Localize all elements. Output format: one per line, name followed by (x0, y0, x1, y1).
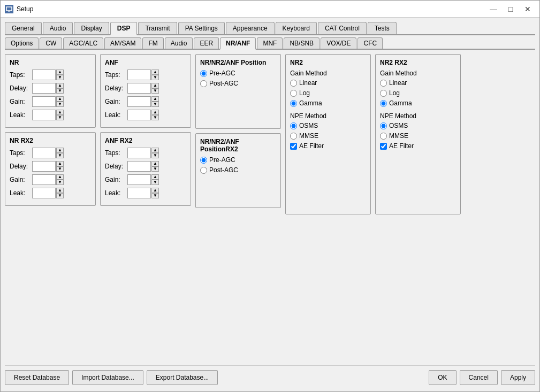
nr2-gamma-label[interactable]: Gamma (299, 99, 322, 107)
sub-tab-cfc[interactable]: CFC (358, 37, 383, 49)
nr2-rx2-osms-radio[interactable] (380, 122, 387, 129)
nr2-rx2-gamma-radio[interactable] (380, 100, 387, 107)
anf-rx2-leak-input[interactable]: 50 (127, 188, 151, 198)
anf-delay-input[interactable]: 1 (127, 83, 151, 94)
sub-tab-mnf[interactable]: MNF (257, 37, 283, 49)
tab-dsp[interactable]: DSP (110, 22, 138, 35)
nr2-rx2-linear-label[interactable]: Linear (389, 79, 407, 87)
sub-tab-fm[interactable]: FM (142, 37, 163, 49)
nr-rx2-gain-input[interactable]: 180 (32, 174, 56, 185)
tab-cat-control[interactable]: CAT Control (318, 22, 367, 34)
tab-general[interactable]: General (5, 22, 42, 34)
nr2-osms-radio[interactable] (290, 122, 297, 129)
nr-rx2-leak-input[interactable]: 170 (32, 188, 56, 198)
anf-rx2-taps-input[interactable]: 128 (127, 148, 151, 158)
tab-keyboard[interactable]: Keyboard (276, 22, 317, 34)
nr-rx2-taps-input[interactable]: 98 (32, 148, 56, 158)
nr2-linear-radio[interactable] (290, 80, 297, 87)
anf-rx2-gain-down[interactable]: ▼ (151, 180, 159, 185)
anf-rx2-leak-up[interactable]: ▲ (151, 188, 159, 193)
tab-pa-settings[interactable]: PA Settings (178, 22, 225, 34)
position-post-agc-radio[interactable] (200, 80, 207, 87)
nr-gain-up[interactable]: ▲ (56, 96, 64, 102)
nr2-rx2-log-radio[interactable] (380, 90, 387, 97)
nr-rx2-taps-down[interactable]: ▼ (56, 153, 64, 158)
sub-tab-audio[interactable]: Audio (165, 37, 193, 49)
anf-leak-up[interactable]: ▲ (151, 110, 159, 115)
tab-appearance[interactable]: Appearance (226, 22, 275, 34)
anf-taps-up[interactable]: ▲ (151, 70, 159, 75)
sub-tab-nr-anf[interactable]: NR/ANF (220, 37, 256, 50)
nr-taps-input[interactable]: 98 (32, 70, 56, 80)
sub-tab-nb-snb[interactable]: NB/SNB (284, 37, 320, 49)
nr-gain-input[interactable]: 180 (32, 96, 56, 107)
position-rx2-post-agc-label[interactable]: Post-AGC (209, 166, 238, 174)
nr2-rx2-osms-label[interactable]: OSMS (389, 122, 408, 129)
position-pre-agc-label[interactable]: Pre-AGC (209, 70, 235, 77)
anf-rx2-delay-up[interactable]: ▲ (151, 161, 159, 166)
nr-rx2-delay-down[interactable]: ▼ (56, 166, 64, 172)
nr2-rx2-log-label[interactable]: Log (389, 89, 400, 97)
reset-database-button[interactable]: Reset Database (5, 370, 69, 385)
nr-rx2-gain-down[interactable]: ▼ (56, 180, 64, 185)
close-button[interactable]: ✕ (520, 3, 535, 15)
tab-transmit[interactable]: Transmit (138, 22, 177, 34)
nr-leak-down[interactable]: ▼ (56, 115, 64, 120)
anf-rx2-gain-input[interactable]: 50 (127, 174, 151, 185)
nr2-mmse-radio[interactable] (290, 133, 297, 140)
nr-rx2-delay-input[interactable]: 256 (32, 161, 56, 172)
position-rx2-pre-agc-label[interactable]: Pre-AGC (209, 156, 235, 164)
nr-rx2-taps-up[interactable]: ▲ (56, 148, 64, 153)
nr2-ae-filter-checkbox[interactable] (290, 143, 297, 150)
nr-taps-down[interactable]: ▼ (56, 75, 64, 80)
anf-rx2-taps-up[interactable]: ▲ (151, 148, 159, 153)
ok-button[interactable]: OK (429, 370, 456, 385)
tab-tests[interactable]: Tests (368, 22, 397, 34)
export-database-button[interactable]: Export Database... (147, 370, 218, 385)
nr2-rx2-ae-filter-checkbox[interactable] (380, 143, 387, 150)
minimize-button[interactable]: — (486, 3, 501, 15)
nr-leak-up[interactable]: ▲ (56, 110, 64, 115)
sub-tab-eer[interactable]: EER (194, 37, 219, 49)
nr2-rx2-linear-radio[interactable] (380, 80, 387, 87)
position-pre-agc-radio[interactable] (200, 70, 207, 77)
position-rx2-post-agc-radio[interactable] (200, 167, 207, 174)
anf-taps-down[interactable]: ▼ (151, 75, 159, 80)
sub-tab-am-sam[interactable]: AM/SAM (104, 37, 141, 49)
nr2-osms-label[interactable]: OSMS (299, 122, 318, 129)
nr-rx2-gain-up[interactable]: ▲ (56, 174, 64, 180)
tab-display[interactable]: Display (74, 22, 109, 34)
nr2-rx2-gamma-label[interactable]: Gamma (389, 99, 412, 107)
anf-gain-down[interactable]: ▼ (151, 102, 159, 107)
anf-gain-input[interactable]: 50 (127, 96, 151, 107)
nr2-rx2-ae-filter-label[interactable]: AE Filter (389, 142, 414, 150)
nr2-mmse-label[interactable]: MMSE (299, 132, 318, 140)
nr2-ae-filter-label[interactable]: AE Filter (299, 142, 324, 150)
anf-gain-up[interactable]: ▲ (151, 96, 159, 102)
anf-delay-down[interactable]: ▼ (151, 88, 159, 94)
anf-rx2-leak-down[interactable]: ▼ (151, 193, 159, 198)
nr2-linear-label[interactable]: Linear (299, 79, 317, 87)
nr-delay-input[interactable]: 256 (32, 83, 56, 94)
nr-rx2-delay-up[interactable]: ▲ (56, 161, 64, 166)
anf-leak-down[interactable]: ▼ (151, 115, 159, 120)
tab-audio[interactable]: Audio (43, 22, 73, 34)
nr-taps-up[interactable]: ▲ (56, 70, 64, 75)
nr-delay-up[interactable]: ▲ (56, 83, 64, 88)
anf-rx2-taps-down[interactable]: ▼ (151, 153, 159, 158)
sub-tab-vox-de[interactable]: VOX/DE (321, 37, 356, 49)
nr2-rx2-mmse-label[interactable]: MMSE (389, 132, 408, 140)
anf-delay-up[interactable]: ▲ (151, 83, 159, 88)
anf-rx2-delay-down[interactable]: ▼ (151, 166, 159, 172)
anf-rx2-gain-up[interactable]: ▲ (151, 174, 159, 180)
position-rx2-pre-agc-radio[interactable] (200, 157, 207, 164)
sub-tab-cw[interactable]: CW (40, 37, 62, 49)
anf-leak-input[interactable]: 50 (127, 110, 151, 120)
sub-tab-options[interactable]: Options (5, 37, 39, 49)
anf-taps-input[interactable]: 128 (127, 70, 151, 80)
nr2-log-label[interactable]: Log (299, 89, 310, 97)
apply-button[interactable]: Apply (501, 370, 535, 385)
cancel-button[interactable]: Cancel (460, 370, 498, 385)
nr-rx2-leak-down[interactable]: ▼ (56, 193, 64, 198)
nr-leak-input[interactable]: 170 (32, 110, 56, 120)
